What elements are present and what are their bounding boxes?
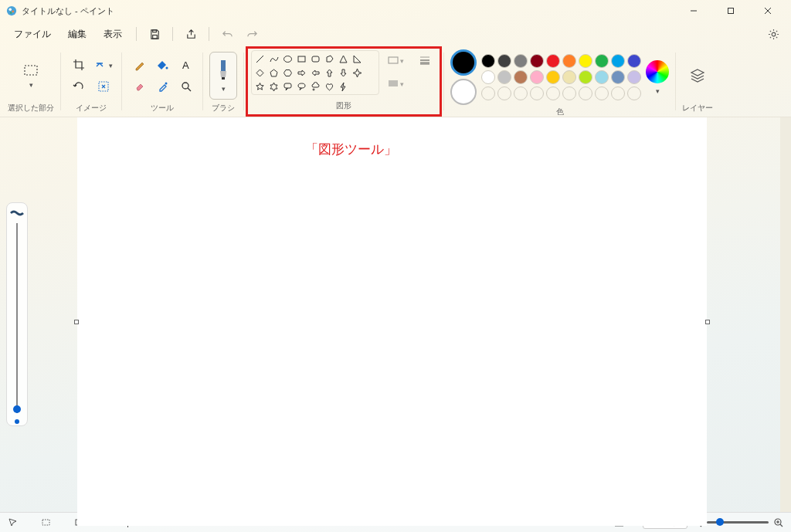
shape-arrow-right[interactable]	[295, 66, 307, 79]
color-swatch-empty[interactable]	[595, 86, 609, 100]
cursor-position	[8, 517, 22, 527]
shape-lightning[interactable]	[337, 80, 349, 93]
settings-button[interactable]	[762, 24, 785, 44]
group-label: レイヤー	[682, 101, 713, 117]
color-swatch[interactable]	[579, 54, 592, 68]
color-swatch[interactable]	[562, 70, 576, 84]
save-button[interactable]	[143, 24, 166, 44]
shape-hexagon[interactable]	[281, 66, 294, 79]
crop-tool[interactable]	[67, 55, 90, 75]
separator	[172, 27, 173, 41]
shape-callout-oval[interactable]	[295, 80, 307, 93]
shape-pentagon[interactable]	[267, 66, 280, 79]
color-swatch[interactable]	[481, 70, 495, 84]
redo-button[interactable]	[240, 24, 263, 44]
color-swatch[interactable]	[530, 70, 544, 84]
color-swatch[interactable]	[546, 54, 560, 68]
color-swatch[interactable]	[562, 54, 576, 68]
rotate-tool[interactable]	[67, 76, 90, 97]
shape-callout-rounded[interactable]	[281, 80, 294, 93]
close-button[interactable]	[751, 0, 785, 22]
color-primary[interactable]	[450, 49, 477, 76]
color-swatch-empty[interactable]	[579, 86, 592, 100]
color-secondary[interactable]	[450, 79, 477, 105]
color-swatch-empty[interactable]	[611, 86, 625, 100]
fill-tool[interactable]	[151, 55, 175, 75]
resize-handle-right[interactable]	[705, 320, 710, 324]
edit-colors-button[interactable]	[646, 60, 669, 83]
menu-edit[interactable]: 編集	[60, 25, 94, 44]
menu-file[interactable]: ファイル	[6, 25, 59, 44]
color-swatch[interactable]	[579, 70, 592, 84]
color-swatch[interactable]	[497, 54, 511, 68]
group-layers: レイヤー	[677, 46, 718, 117]
pencil-tool[interactable]	[128, 55, 151, 75]
shape-heart[interactable]	[323, 80, 335, 93]
color-swatch[interactable]	[627, 70, 641, 84]
eraser-tool[interactable]	[128, 76, 151, 97]
color-swatch[interactable]	[611, 54, 625, 68]
zoom-slider[interactable]	[707, 521, 769, 524]
shape-rectangle[interactable]	[295, 53, 307, 65]
color-swatch-empty[interactable]	[562, 86, 576, 100]
color-swatch-empty[interactable]	[481, 86, 495, 100]
color-swatch-empty[interactable]	[497, 86, 511, 100]
slider-thumb[interactable]	[13, 405, 21, 413]
shape-right-triangle[interactable]	[351, 53, 363, 65]
color-swatch[interactable]	[514, 54, 528, 68]
maximize-button[interactable]	[714, 0, 748, 22]
scrollbar-vertical[interactable]	[780, 117, 791, 512]
menu-view[interactable]: 表示	[96, 25, 130, 44]
color-swatch[interactable]	[595, 70, 609, 84]
color-swatch[interactable]	[627, 54, 641, 68]
shape-5point-star[interactable]	[253, 80, 266, 93]
brush-size-slider[interactable]	[6, 202, 28, 426]
color-swatch[interactable]	[481, 54, 495, 68]
resize-handle-left[interactable]	[74, 320, 79, 324]
shape-fill-button[interactable]: ▾	[384, 73, 407, 93]
shape-curve[interactable]	[267, 53, 280, 65]
color-swatch[interactable]	[546, 70, 560, 84]
shape-4point-star[interactable]	[351, 66, 363, 79]
color-swatch[interactable]	[530, 54, 544, 68]
undo-button[interactable]	[216, 24, 239, 44]
select-tool[interactable]: ▾	[17, 57, 45, 94]
content-area: 「図形ツール」	[0, 117, 791, 512]
layers-button[interactable]	[684, 57, 711, 94]
color-swatch-empty[interactable]	[546, 86, 560, 100]
shape-diamond[interactable]	[253, 66, 266, 79]
shape-arrow-left[interactable]	[309, 66, 321, 79]
color-swatch[interactable]	[611, 70, 625, 84]
zoom-in-button[interactable]	[773, 517, 783, 527]
shape-arrow-down[interactable]	[337, 66, 349, 79]
eyedropper-tool[interactable]	[151, 76, 175, 97]
minimize-button[interactable]	[677, 0, 711, 22]
shape-6point-star[interactable]	[267, 80, 280, 93]
shape-line[interactable]	[253, 53, 266, 65]
shape-polygon[interactable]	[323, 53, 335, 65]
shape-triangle[interactable]	[337, 53, 349, 65]
color-swatch-empty[interactable]	[514, 86, 528, 100]
color-swatch[interactable]	[497, 70, 511, 84]
shape-arrow-up[interactable]	[323, 66, 335, 79]
shape-rounded-rectangle[interactable]	[309, 53, 321, 65]
shape-outline-button[interactable]: ▾	[384, 50, 407, 70]
shape-callout-cloud[interactable]	[309, 80, 321, 93]
color-swatch[interactable]	[514, 70, 528, 84]
slider-track[interactable]	[16, 223, 18, 413]
color-swatch-empty[interactable]	[530, 86, 544, 100]
line-width-button[interactable]	[413, 50, 436, 70]
color-swatch-empty[interactable]	[627, 86, 641, 100]
svg-rect-23	[312, 56, 319, 62]
text-tool[interactable]: A	[175, 55, 198, 75]
selection-expand-tool[interactable]	[92, 76, 115, 97]
canvas[interactable]	[77, 117, 707, 526]
svg-rect-32	[42, 520, 49, 525]
shapes-gallery[interactable]	[251, 50, 379, 95]
share-button[interactable]	[179, 24, 202, 44]
brush-tool[interactable]: ▾	[209, 52, 237, 100]
color-swatch[interactable]	[595, 54, 609, 68]
resize-tool[interactable]: ▾	[92, 55, 115, 75]
shape-oval[interactable]	[281, 53, 294, 65]
magnifier-tool[interactable]	[175, 76, 198, 97]
